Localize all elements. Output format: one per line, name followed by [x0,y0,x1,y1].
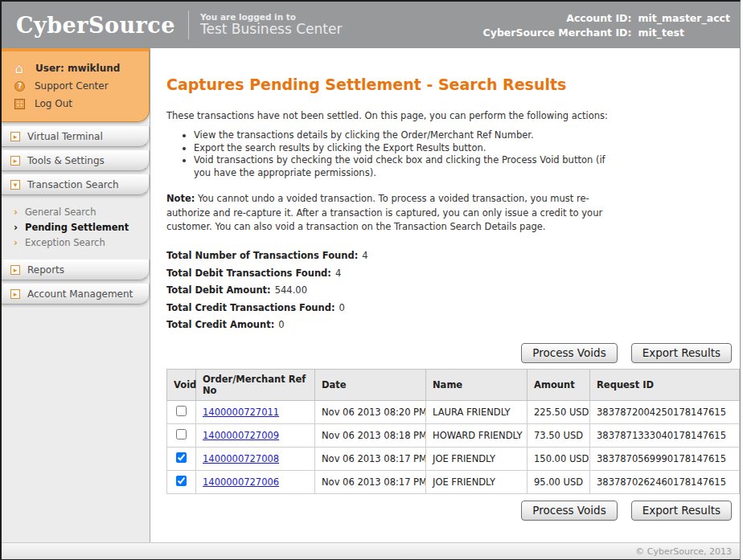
expand-arrow-icon: ▸ [10,265,20,275]
app-window: CyberSource You are logged in to Test Bu… [0,0,741,560]
sidebar-tab-account-management[interactable]: ▸ Account Management [2,284,150,305]
void-checkbox[interactable] [176,429,187,439]
account-id-value: mit_master_acct [638,12,730,24]
total-debit-amount: Total Debit Amount:544.00 [166,284,740,296]
logout-icon: ∷ [14,99,25,109]
account-info: Account ID: mit_master_acct CyberSource … [483,12,730,39]
cell-date: Nov 06 2013 08:17 PM [315,471,426,494]
ref-number-link[interactable]: 1400000727008 [203,453,279,464]
void-checkbox[interactable] [176,476,187,486]
tab-label: Transaction Search [27,179,119,190]
cybersource-logo: CyberSource [16,13,175,38]
sidebar-item-log-out[interactable]: ∷ Log Out [13,96,149,112]
void-checkbox[interactable] [176,406,187,416]
merchant-id-label: CyberSource Merchant ID: [483,27,632,39]
total-debit-transactions: Total Debit Transactions Found:4 [166,268,740,279]
sidebar-item-support-center[interactable]: ? Support Center [13,78,149,94]
collapse-arrow-icon: ▾ [10,180,20,190]
cell-amount: 150.00 USD [527,448,590,471]
header-divider [188,10,189,39]
submenu-label: Pending Settlement [25,222,129,233]
cell-name: HOWARD FRIENDLY [426,424,527,448]
page-title: Captures Pending Settlement - Search Res… [166,76,740,93]
account-id-label: Account ID: [483,12,632,24]
export-results-button[interactable]: Export Results [631,343,732,363]
sidebar-item-user[interactable]: ⌂ User: mwiklund [13,60,149,76]
action-item: Void transactions by checking the void c… [194,154,618,179]
merchant-id-value: mit_test [638,27,730,39]
sidebar-tab-reports[interactable]: ▸ Reports [2,260,150,280]
submenu-arrow-icon: › [14,238,18,247]
transaction-search-submenu: › General Search › Pending Settlement › … [2,198,150,260]
user-panel: ⌂ User: mwiklund ? Support Center ∷ Log … [2,48,150,122]
export-results-button[interactable]: Export Results [631,501,732,521]
submenu-label: General Search [25,206,96,218]
support-center-label: Support Center [35,80,109,92]
cell-request-id: 3837870262460178147615 [590,471,740,494]
note-text: Note: You cannot undo a voided transacti… [166,192,615,234]
note-label: Note: [166,193,195,204]
ref-number-link[interactable]: 1400000727006 [203,476,279,488]
sidebar-tab-virtual-terminal[interactable]: ▸ Virtual Terminal [2,126,150,147]
process-voids-button[interactable]: Process Voids [521,343,617,363]
help-icon: ? [14,81,25,92]
table-row: 1400000727009 Nov 06 2013 08:18 PM HOWAR… [167,424,740,448]
cell-request-id: 3837870569990178147615 [590,448,740,471]
tab-label: Account Management [27,288,133,300]
table-actions-bottom: Process Voids Export Results [166,501,740,521]
cell-request-id: 3837871333040178147615 [590,424,740,448]
sidebar-item-pending-settlement[interactable]: › Pending Settlement [2,219,150,235]
column-header-amount: Amount [527,370,590,401]
action-item: View the transactions details by clickin… [194,129,618,142]
process-voids-button[interactable]: Process Voids [521,501,617,521]
cell-amount: 225.50 USD [527,401,590,424]
cell-date: Nov 06 2013 08:18 PM [315,424,426,448]
column-header-request-id: Request ID [590,370,740,401]
main-content: Captures Pending Settlement - Search Res… [150,48,740,542]
log-out-label: Log Out [35,98,72,109]
table-actions-top: Process Voids Export Results [166,343,740,363]
user-label: User: mwiklund [35,63,120,74]
footer: © CyberSource, 2013 [2,542,740,559]
expand-arrow-icon: ▸ [10,156,20,166]
cell-request-id: 3837872004250178147615 [590,401,740,424]
submenu-arrow-icon: › [14,207,18,217]
sidebar-tab-tools-settings[interactable]: ▸ Tools & Settings [2,150,150,171]
cell-name: JOE FRIENDLY [426,448,527,471]
cell-date: Nov 06 2013 08:17 PM [315,448,426,471]
sidebar-item-general-search[interactable]: › General Search [2,204,150,219]
column-header-date: Date [315,370,426,401]
cell-name: LAURA FRIENDLY [426,401,527,424]
total-credit-amount: Total Credit Amount:0 [166,319,740,330]
table-row: 1400000727008 Nov 06 2013 08:17 PM JOE F… [167,448,740,471]
logged-in-block: You are logged in to Test Business Cente… [200,12,342,38]
intro-text: These transactions have not been settled… [166,109,610,123]
table-header-row: Void Order/Merchant Ref No Date Name Amo… [167,370,740,401]
tab-label: Reports [27,264,64,276]
expand-arrow-icon: ▸ [10,132,20,141]
void-checkbox[interactable] [176,452,187,463]
submenu-arrow-icon: › [14,223,18,232]
expand-arrow-icon: ▸ [10,289,20,299]
results-table: Void Order/Merchant Ref No Date Name Amo… [166,369,740,494]
action-item: Export the search results by clicking th… [194,142,618,155]
table-row: 1400000727011 Nov 06 2013 08:20 PM LAURA… [167,401,740,424]
total-credit-transactions: Total Credit Transactions Found:0 [166,302,740,313]
business-center-name: Test Business Center [200,22,342,38]
actions-list: View the transactions details by clickin… [179,129,618,179]
totals-summary: Total Number of Transactions Found:4 Tot… [166,250,740,330]
sidebar-tab-transaction-search[interactable]: ▾ Transaction Search [2,174,150,195]
column-header-name: Name [426,370,527,401]
cell-name: JOE FRIENDLY [426,471,527,494]
header: CyberSource You are logged in to Test Bu… [2,2,740,48]
ref-number-link[interactable]: 1400000727011 [203,407,279,418]
sidebar: ⌂ User: mwiklund ? Support Center ∷ Log … [2,48,150,542]
tab-label: Tools & Settings [27,155,105,166]
table-row: 1400000727006 Nov 06 2013 08:17 PM JOE F… [167,471,740,494]
sidebar-item-exception-search[interactable]: › Exception Search [2,235,150,250]
ref-number-link[interactable]: 1400000727009 [203,430,279,441]
submenu-label: Exception Search [25,237,105,248]
home-icon: ⌂ [13,62,26,75]
column-header-void: Void [167,370,196,401]
column-header-ref-no: Order/Merchant Ref No [196,370,315,401]
